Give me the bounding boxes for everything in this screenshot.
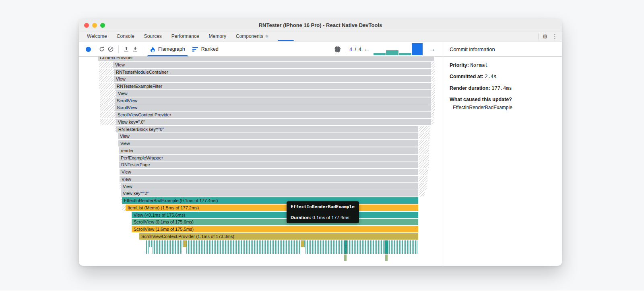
commit-bar[interactable] [399, 53, 411, 55]
flame-node-small[interactable] [385, 255, 388, 261]
flame-node[interactable]: ScrollViewContext.Provider [116, 112, 431, 118]
flame-node-small[interactable] [344, 255, 347, 261]
settings-gear-icon[interactable]: ⚙ [543, 33, 548, 39]
tabbar-divider [538, 33, 539, 39]
flame-node-accent[interactable] [385, 240, 388, 247]
flame-node-label: RNTesterModuleContainer [116, 69, 430, 75]
unrendered-hatch [419, 155, 429, 161]
flame-node[interactable]: ScrollView [115, 97, 431, 104]
flame-node-label: RNTesterPage [121, 161, 417, 168]
flame-gap [300, 247, 305, 254]
tab-components[interactable]: Components⚛ [231, 31, 274, 41]
unrendered-hatch [419, 176, 427, 182]
flame-node[interactable]: View [116, 90, 431, 97]
flame-node-label: View [120, 140, 417, 147]
reload-and-profile-button[interactable] [97, 45, 106, 54]
flame-node[interactable]: View [121, 183, 418, 190]
flame-node[interactable]: View [113, 62, 431, 68]
flame-node-accent[interactable] [301, 240, 304, 247]
unrendered-hatch [431, 104, 435, 111]
next-commit-button[interactable]: → [427, 46, 438, 53]
committed-at-value: 2.4s [485, 74, 497, 79]
previous-commit-button[interactable]: ← [361, 46, 373, 53]
flame-node[interactable]: RNTesterExampleFilter [115, 83, 431, 89]
unrendered-hatch [99, 62, 113, 68]
flame-node[interactable]: render [119, 147, 418, 154]
commit-information-panel: Commit information Priority: Normal Comm… [443, 42, 562, 266]
flame-node[interactable]: View [114, 76, 431, 82]
flame-node[interactable]: Context.Provider [98, 57, 434, 61]
more-menu-kebab-icon[interactable]: ⋮ [552, 33, 558, 39]
flame-node[interactable]: RNTesterModuleContainer [114, 69, 431, 75]
tab-ranked[interactable]: Ranked [189, 42, 222, 56]
unrendered-hatch [419, 169, 428, 175]
profiler-settings-button[interactable] [334, 45, 343, 54]
commit-bar-selected[interactable] [412, 43, 423, 55]
tab-flamegraph[interactable]: Flamegraph [147, 42, 189, 56]
flame-node[interactable]: View key="2" [121, 190, 418, 197]
flame-node[interactable]: PerfExampleWrapper [119, 155, 418, 161]
unrendered-hatch [431, 62, 435, 68]
flame-node-accent[interactable] [183, 240, 186, 247]
unrendered-hatch [419, 133, 430, 139]
commit-bar[interactable] [386, 50, 398, 55]
tab-performance[interactable]: Performance [167, 31, 204, 41]
tab-welcome[interactable]: Welcome [82, 31, 112, 41]
flame-node[interactable]: ScrollView [115, 104, 431, 111]
flamegraph-chart: Context.ProviderViewRNTesterModuleContai… [79, 57, 443, 266]
clear-profiling-button[interactable] [106, 45, 115, 54]
flame-node-label: View [115, 62, 430, 68]
commit-information-header: Commit information [443, 42, 562, 57]
unrendered-hatch [100, 119, 116, 125]
flame-node[interactable]: RNTesterBlock key="0" [116, 126, 418, 132]
flame-node-label: ScrollViewContext.Provider (1.1ms of 173… [141, 233, 417, 240]
flame-node[interactable]: RNTesterPage [119, 161, 418, 168]
flame-node-label: ScrollView (1.6ms of 175.5ms) [134, 226, 417, 232]
flame-node-cluster[interactable] [146, 247, 418, 254]
render-duration-line: Render duration: 177.4ms [450, 85, 555, 92]
commit-bar[interactable] [374, 53, 386, 55]
flame-node-accent[interactable] [385, 247, 388, 254]
flame-node-accent[interactable] [344, 240, 347, 247]
load-profile-button[interactable] [122, 45, 131, 54]
tab-memory[interactable]: Memory [204, 31, 231, 41]
clear-icon [107, 46, 114, 52]
record-button[interactable] [84, 45, 93, 54]
flame-node-label: ScrollView [117, 104, 430, 111]
flame-node-label: View key="2" [123, 190, 417, 197]
toolbar-divider [118, 46, 119, 53]
commit-counter: 4 / 4 [349, 46, 361, 52]
save-profile-button[interactable] [131, 45, 140, 54]
commit-information-body: Priority: Normal Committed at: 2.4s Rend… [443, 57, 562, 120]
tab-label: Components [236, 33, 263, 39]
flame-node[interactable]: ItemList (Memo) (1.5ms of 177.2ms) [126, 205, 418, 211]
flame-node[interactable]: View [118, 133, 418, 139]
flame-node-cluster[interactable] [146, 240, 418, 247]
flame-node-label: View [122, 169, 417, 175]
unrendered-hatch [431, 112, 434, 118]
flame-node[interactable]: ScrollViewContext.Provider (1.1ms of 173… [139, 233, 418, 240]
flame-icon [150, 46, 155, 52]
tab-console[interactable]: Console [112, 31, 139, 41]
flame-node-accent[interactable] [344, 247, 347, 254]
unrendered-hatch [99, 83, 115, 89]
flame-node[interactable]: View (<0.1ms of 175.6ms) [132, 212, 418, 218]
flame-node[interactable]: View [118, 140, 418, 147]
flame-node-label: View [116, 76, 430, 82]
tab-label: Performance [171, 33, 199, 39]
priority-value: Normal [470, 62, 487, 68]
update-cause-value[interactable]: EffectInRenderBadExample [450, 104, 555, 112]
commit-selector-bars[interactable] [374, 43, 426, 56]
flame-node[interactable]: View [120, 169, 418, 175]
flame-node[interactable]: View key=".0" [116, 119, 431, 125]
unrendered-hatch [419, 126, 430, 132]
tab-profiler[interactable] [274, 31, 298, 41]
unrendered-hatch [419, 140, 429, 147]
profiler-toolbar: Flamegraph Ranked 4 / 4 ← → [79, 42, 443, 57]
flame-node-label: RNTesterExampleFilter [117, 83, 430, 89]
tab-sources[interactable]: Sources [139, 31, 167, 41]
flame-node[interactable]: View [120, 176, 418, 182]
flame-node[interactable]: ScrollView (0.1ms of 175.6ms) [132, 219, 418, 225]
flame-node[interactable]: ScrollView (1.6ms of 175.5ms) [132, 226, 418, 232]
flame-node[interactable]: EffectInRenderBadExample (0.1ms of 177.4… [122, 197, 418, 204]
